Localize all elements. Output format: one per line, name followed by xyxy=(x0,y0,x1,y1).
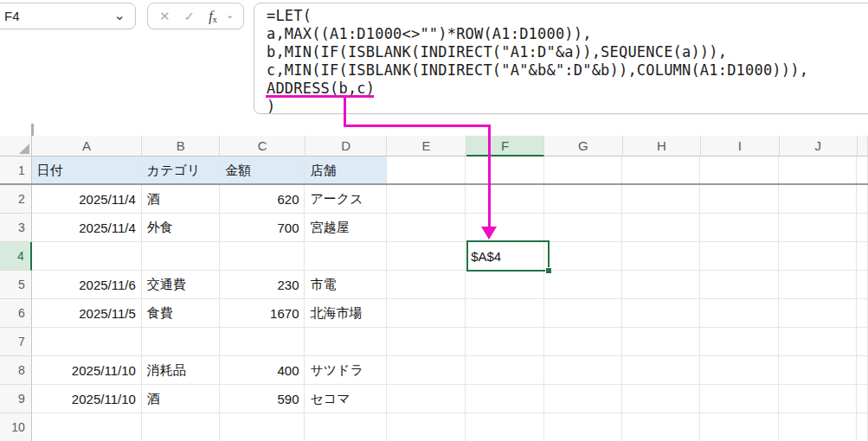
cell-J10[interactable] xyxy=(779,413,857,441)
cell-B1[interactable]: カテゴリ xyxy=(142,157,220,185)
cell-I3[interactable] xyxy=(700,214,778,242)
column-header-A[interactable]: A xyxy=(32,136,142,157)
cell-B6[interactable]: 食費 xyxy=(142,299,220,328)
cell-C6[interactable]: 1670 xyxy=(220,299,305,328)
cell-I9[interactable] xyxy=(700,385,778,413)
column-header-H[interactable]: H xyxy=(623,136,701,157)
cell-G9[interactable] xyxy=(544,385,622,413)
cell-I2[interactable] xyxy=(700,185,778,214)
cell-G6[interactable] xyxy=(544,299,622,328)
cell-F10[interactable] xyxy=(466,413,543,441)
row-header-2[interactable]: 2 xyxy=(0,185,32,214)
column-header-I[interactable]: I xyxy=(701,136,779,157)
cell-C7[interactable] xyxy=(220,328,305,356)
cell-G2[interactable] xyxy=(544,185,622,214)
column-header-B[interactable]: B xyxy=(142,136,220,157)
cell-F8[interactable] xyxy=(466,356,543,385)
cell-C2[interactable]: 620 xyxy=(220,185,305,214)
cell-F7[interactable] xyxy=(466,328,543,356)
cell-H8[interactable] xyxy=(622,356,700,385)
cell-H4[interactable] xyxy=(622,242,700,271)
cell-D4[interactable] xyxy=(305,242,386,271)
select-all-corner[interactable] xyxy=(0,136,32,157)
cell-A5[interactable]: 2025/11/6 xyxy=(32,271,142,299)
cell-I7[interactable] xyxy=(700,328,778,356)
cell-A9[interactable]: 2025/11/10 xyxy=(32,385,142,413)
cell-I4[interactable] xyxy=(700,242,778,271)
cell-C10[interactable] xyxy=(220,413,305,441)
cell-H3[interactable] xyxy=(622,214,700,242)
cell-C9[interactable]: 590 xyxy=(220,385,305,413)
cell-C3[interactable]: 700 xyxy=(220,214,305,242)
cell-F6[interactable] xyxy=(466,299,543,328)
row-header-5[interactable]: 5 xyxy=(0,271,32,299)
cell-D6[interactable]: 北海市場 xyxy=(305,299,386,328)
cell-E7[interactable] xyxy=(387,328,466,356)
cell-E8[interactable] xyxy=(387,356,466,385)
cell-B7[interactable] xyxy=(142,328,220,356)
cell-H7[interactable] xyxy=(622,328,700,356)
cell-H9[interactable] xyxy=(622,385,700,413)
cell-E4[interactable] xyxy=(387,242,466,271)
cell-I1[interactable] xyxy=(700,157,778,185)
cell-D3[interactable]: 宮越屋 xyxy=(305,214,386,242)
row-header-6[interactable]: 6 xyxy=(0,299,32,328)
column-header-F[interactable]: F xyxy=(466,136,544,157)
cell-D7[interactable] xyxy=(305,328,386,356)
cell-E1[interactable] xyxy=(387,157,466,185)
cell-A4[interactable] xyxy=(32,242,142,271)
cell-G1[interactable] xyxy=(544,157,622,185)
cell-E2[interactable] xyxy=(387,185,466,214)
cell-F3[interactable] xyxy=(466,214,543,242)
row-header-8[interactable]: 8 xyxy=(0,356,32,385)
fill-handle[interactable] xyxy=(545,267,552,274)
row-header-10[interactable]: 10 xyxy=(0,413,32,441)
cell-I6[interactable] xyxy=(700,299,778,328)
row-header-9[interactable]: 9 xyxy=(0,385,32,413)
cell-F1[interactable] xyxy=(466,157,543,185)
cell-A2[interactable]: 2025/11/4 xyxy=(32,185,142,214)
cell-B10[interactable] xyxy=(142,413,220,441)
cell-G5[interactable] xyxy=(544,271,622,299)
cell-A3[interactable]: 2025/11/4 xyxy=(32,214,142,242)
cell-G4[interactable] xyxy=(544,242,622,271)
cell-H2[interactable] xyxy=(622,185,700,214)
cell-H6[interactable] xyxy=(622,299,700,328)
cell-F5[interactable] xyxy=(466,271,543,299)
cell-J5[interactable] xyxy=(779,271,857,299)
cell-A8[interactable]: 2025/11/10 xyxy=(32,356,142,385)
cell-C1[interactable]: 金額 xyxy=(220,157,305,185)
cell-E10[interactable] xyxy=(387,413,466,441)
cell-I5[interactable] xyxy=(700,271,778,299)
cell-A10[interactable] xyxy=(32,413,142,441)
cell-D2[interactable]: アークス xyxy=(305,185,386,214)
cell-A7[interactable] xyxy=(32,328,142,356)
cell-G8[interactable] xyxy=(544,356,622,385)
cell-A1[interactable]: 日付 xyxy=(32,157,142,185)
column-header-C[interactable]: C xyxy=(220,136,305,157)
cell-D1[interactable]: 店舗 xyxy=(305,157,386,185)
cell-C8[interactable]: 400 xyxy=(220,356,305,385)
cell-F2[interactable] xyxy=(466,185,543,214)
cell-I10[interactable] xyxy=(700,413,778,441)
cell-J3[interactable] xyxy=(779,214,857,242)
column-header-E[interactable]: E xyxy=(387,136,466,157)
cancel-icon[interactable]: ✕ xyxy=(159,9,170,24)
cell-H1[interactable] xyxy=(622,157,700,185)
cell-J9[interactable] xyxy=(779,385,857,413)
cell-A6[interactable]: 2025/11/5 xyxy=(32,299,142,328)
cell-E9[interactable] xyxy=(387,385,466,413)
insert-function-icon[interactable]: fx xyxy=(209,9,217,24)
cell-B3[interactable]: 外食 xyxy=(142,214,220,242)
cell-J6[interactable] xyxy=(779,299,857,328)
column-header-J[interactable]: J xyxy=(780,136,858,157)
cell-G10[interactable] xyxy=(544,413,622,441)
cell-G7[interactable] xyxy=(544,328,622,356)
cell-J8[interactable] xyxy=(779,356,857,385)
cell-G3[interactable] xyxy=(544,214,622,242)
cell-D10[interactable] xyxy=(305,413,386,441)
row-header-1[interactable]: 1 xyxy=(0,157,32,185)
cell-E5[interactable] xyxy=(387,271,466,299)
column-header-G[interactable]: G xyxy=(544,136,622,157)
column-header-D[interactable]: D xyxy=(305,136,387,157)
